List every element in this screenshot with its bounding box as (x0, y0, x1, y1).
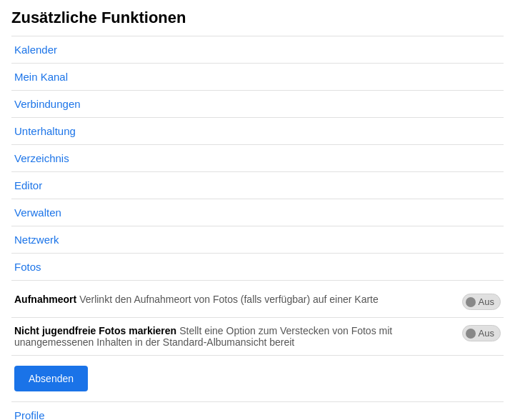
nav-link[interactable]: Kalender (11, 36, 504, 63)
setting-label-aufnahmeort: Aufnahmeort (14, 294, 76, 305)
toggle-button-aufnahmeort[interactable]: Aus (462, 294, 501, 310)
nav-link[interactable]: Netzwerk (11, 226, 504, 253)
nav-link[interactable]: Verbindungen (11, 91, 504, 117)
setting-row-jugendfreie: Nicht jugendfreie Fotos markierenStellt … (11, 318, 504, 356)
nav-link[interactable]: Editor (11, 172, 504, 199)
toggle-button-jugendfreie[interactable]: Aus (462, 325, 501, 341)
nav-link[interactable]: Verzeichnis (11, 145, 504, 171)
setting-label-jugendfreie: Nicht jugendfreie Fotos markieren (14, 325, 176, 336)
nav-item: Editor (11, 172, 504, 199)
setting-description-aufnahmeort: Verlinkt den Aufnahmeort von Fotos (fall… (79, 294, 379, 305)
toggle-circle-jugendfreie (466, 329, 476, 339)
toggle-wrapper-jugendfreie: Aus (462, 325, 501, 341)
submit-button[interactable]: Absenden (14, 366, 88, 391)
setting-text-aufnahmeort: AufnahmeortVerlinkt den Aufnahmeort von … (14, 294, 462, 305)
nav-link[interactable]: Unterhaltung (11, 118, 504, 144)
nav-list: KalenderMein KanalVerbindungenUnterhaltu… (11, 36, 504, 281)
nav-item: Verzeichnis (11, 145, 504, 172)
nav-link[interactable]: Verwalten (11, 199, 504, 226)
toggle-circle-aufnahmeort (466, 297, 476, 307)
profile-link-section: Profile (11, 402, 504, 420)
page-title: Zusätzliche Funktionen (11, 9, 504, 27)
nav-link[interactable]: Fotos (11, 254, 504, 280)
main-container: Zusätzliche Funktionen KalenderMein Kana… (0, 0, 515, 420)
nav-item: Netzwerk (11, 226, 504, 254)
nav-link[interactable]: Mein Kanal (11, 64, 504, 90)
setting-text-jugendfreie: Nicht jugendfreie Fotos markierenStellt … (14, 325, 462, 348)
setting-row-aufnahmeort: AufnahmeortVerlinkt den Aufnahmeort von … (11, 286, 504, 318)
nav-item: Verbindungen (11, 91, 504, 118)
nav-item: Verwalten (11, 199, 504, 226)
nav-item: Fotos (11, 254, 504, 281)
profile-link[interactable]: Profile (14, 409, 45, 420)
submit-section: Absenden (11, 356, 504, 402)
nav-item: Kalender (11, 36, 504, 64)
settings-section: AufnahmeortVerlinkt den Aufnahmeort von … (11, 286, 504, 356)
nav-item: Unterhaltung (11, 118, 504, 145)
nav-item: Mein Kanal (11, 64, 504, 91)
toggle-wrapper-aufnahmeort: Aus (462, 294, 501, 310)
